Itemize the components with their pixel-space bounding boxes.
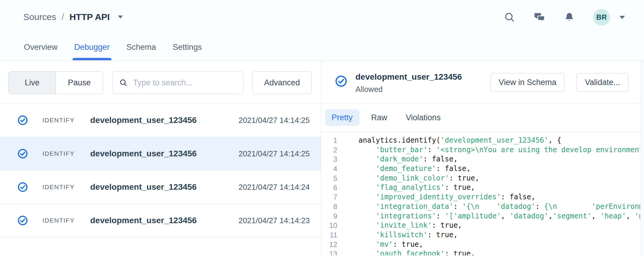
code-text: 'demo_link_color': true, [358,174,479,183]
line-number: 4 [321,164,337,174]
event-row[interactable]: IDENTIFYdevelopment_user_1234562021/04/2… [0,170,321,204]
tab-debugger[interactable]: Debugger [74,43,110,60]
header-actions: BR [504,9,625,26]
code-line: 10 'invite_link': true, [321,221,640,230]
event-list-toolbar: Live Pause Advanced [0,61,321,104]
event-status-label: Allowed [355,85,383,94]
line-number: 1 [321,136,337,145]
code-text: 'demo_feature': false, [358,164,471,174]
code-line: 13 'oauth_facebook': true, [321,249,640,255]
line-number: 10 [321,221,337,230]
line-number: 2 [321,145,337,155]
event-type: IDENTIFY [42,104,75,137]
code-text: analytics.identify('development_user_123… [358,136,561,145]
top-header: Sources / HTTP API [0,0,644,61]
search-icon[interactable] [504,11,516,23]
event-type: IDENTIFY [42,137,75,170]
code-text: 'butter_bar': '<strong>\nYou are using t… [358,145,640,155]
tab-schema[interactable]: Schema [126,43,156,60]
advanced-button[interactable]: Advanced [252,71,312,94]
code-line: 6 'flag_analytics': true, [321,183,640,192]
code-text: 'mv': true, [358,240,423,249]
payload-code-view: 1analytics.identify('development_user_12… [321,132,640,255]
code-line: 4 'demo_feature': false, [321,164,640,174]
tab-overview[interactable]: Overview [24,43,58,60]
debugger-event-list-panel: Live Pause Advanced IDENTIFYdevelopment_… [0,61,321,256]
view-in-schema-button[interactable]: View in Schema [490,73,565,92]
event-timestamp: 2021/04/27 14:14:25 [238,137,310,170]
allowed-check-icon [18,182,28,193]
code-line: 9 'integrations': '['amplitude', 'datado… [321,212,640,221]
code-text: 'dark_mode': false, [358,155,458,164]
event-detail-header: development_user_123456 Allowed View in … [321,61,644,104]
payload-view-tabs: PrettyRawViolations [321,104,644,132]
code-line: 2 'butter_bar': '<strong>\nYou are using… [321,145,640,155]
event-detail-panel: development_user_123456 Allowed View in … [321,61,644,256]
code-line: 3 'dark_mode': false, [321,155,640,164]
event-type: IDENTIFY [42,170,75,204]
code-text: 'invite_link': true, [358,221,462,230]
event-row[interactable]: IDENTIFYdevelopment_user_1234562021/04/2… [0,204,321,237]
line-number: 8 [321,202,337,212]
user-menu[interactable]: BR [593,9,625,26]
line-number: 7 [321,192,337,202]
payload-tab-violations[interactable]: Violations [406,110,441,126]
line-number: 12 [321,240,337,249]
source-tabs: OverviewDebuggerSchemaSettings [24,43,219,60]
event-row[interactable]: IDENTIFYdevelopment_user_1234562021/04/2… [0,137,321,170]
code-line: 1analytics.identify('development_user_12… [321,136,640,145]
code-line: 7 'improved_identity_overrides': false, [321,192,640,202]
event-timestamp: 2021/04/27 14:14:23 [238,204,310,237]
pause-button[interactable]: Pause [56,72,103,94]
allowed-check-icon [335,75,347,88]
breadcrumb-sources[interactable]: Sources [23,12,56,22]
event-name: development_user_123456 [90,104,197,137]
code-line: 5 'demo_link_color': true, [321,174,640,183]
breadcrumb: Sources / HTTP API [23,12,123,22]
live-button[interactable]: Live [9,72,56,94]
app-window: Sources / HTTP API [0,0,644,256]
line-number: 11 [321,230,337,240]
breadcrumb-separator: / [62,12,64,22]
bell-icon[interactable] [563,11,575,23]
code-line: 12 'mv': true, [321,240,640,249]
line-number: 3 [321,155,337,164]
payload-tab-raw[interactable]: Raw [371,110,387,126]
event-row[interactable]: IDENTIFYdevelopment_user_1234562021/04/2… [0,104,321,137]
event-timestamp: 2021/04/27 14:14:24 [238,170,310,204]
allowed-check-icon [18,115,28,127]
live-pause-toggle: Live Pause [8,71,103,94]
breadcrumb-source-name: HTTP API [69,12,110,22]
vertical-scrollbar[interactable] [640,61,644,256]
event-detail-title: development_user_123456 [355,72,462,82]
event-list: IDENTIFYdevelopment_user_1234562021/04/2… [0,104,321,237]
search-input[interactable] [133,78,237,87]
allowed-check-icon [18,215,28,227]
code-text: 'improved_identity_overrides': false, [358,192,535,202]
user-menu-caret-icon[interactable] [620,16,625,19]
tab-settings[interactable]: Settings [173,43,202,60]
line-number: 6 [321,183,337,192]
code-text: 'oauth_facebook': true, [358,249,475,255]
chat-icon[interactable] [533,11,545,23]
code-text: 'integration_data': '{\n 'datadog': {\n … [358,202,640,212]
event-timestamp: 2021/04/27 14:14:25 [238,104,310,137]
code-line: 8 'integration_data': '{\n 'datadog': {\… [321,202,640,212]
line-number: 5 [321,174,337,183]
code-text: 'integrations': '['amplitude', 'datadog'… [358,212,640,221]
source-switcher-caret-icon[interactable] [118,16,123,18]
event-name: development_user_123456 [90,204,197,237]
code-text: 'killswitch': true, [358,230,458,240]
event-search[interactable] [112,71,244,94]
payload-tab-pretty[interactable]: Pretty [325,110,359,126]
line-number: 9 [321,212,337,221]
code-line: 11 'killswitch': true, [321,230,640,240]
validate-button[interactable]: Validate... [576,73,628,92]
line-number: 13 [321,249,337,255]
search-icon [119,78,128,87]
allowed-check-icon [18,149,28,160]
event-name: development_user_123456 [90,137,197,170]
event-type: IDENTIFY [42,204,75,237]
avatar[interactable]: BR [593,9,610,26]
event-name: development_user_123456 [90,170,197,204]
